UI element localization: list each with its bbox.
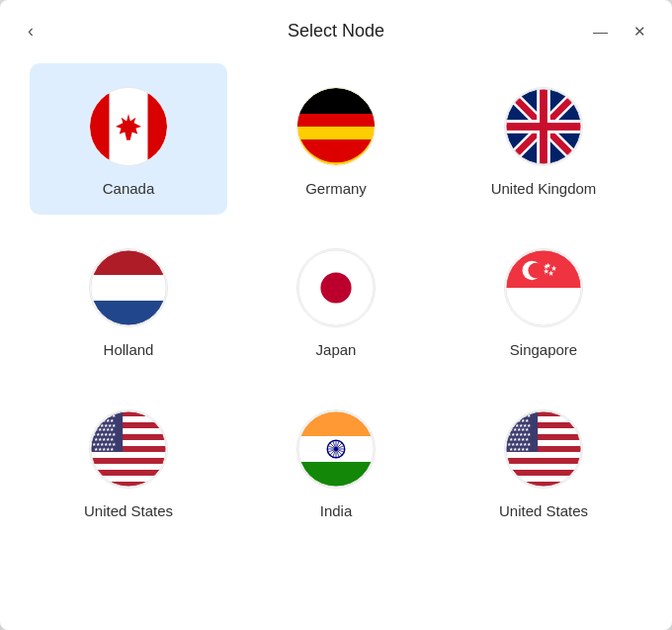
svg-rect-76: [505, 458, 582, 464]
flag-us-2: ★★★★★★ ★★★★★ ★★★★★★ ★★★★★ ★★★★★★ ★★★★★ ★…: [504, 409, 583, 489]
minimize-button[interactable]: —: [587, 22, 614, 41]
main-content: Canada Germany: [0, 53, 672, 630]
svg-text:★★★★★: ★★★★★: [509, 447, 530, 452]
flag-japan: [296, 248, 376, 327]
back-button[interactable]: ‹: [20, 18, 42, 44]
node-germany[interactable]: Germany: [237, 63, 435, 215]
node-label-india: India: [320, 502, 353, 519]
node-label-singapore: Singapore: [510, 341, 577, 358]
svg-rect-4: [297, 101, 375, 114]
node-us-1[interactable]: ★★★★★★ ★★★★★ ★★★★★★ ★★★★★ ★★★★★★ ★★★★★ ★…: [30, 386, 227, 537]
node-united-kingdom[interactable]: United Kingdom: [445, 63, 642, 215]
svg-rect-3: [297, 114, 375, 127]
node-holland[interactable]: Holland: [30, 225, 227, 376]
flag-uk: [504, 87, 583, 166]
titlebar-left: ‹: [20, 18, 42, 44]
node-label-holland: Holland: [104, 341, 154, 358]
svg-point-23: [320, 272, 351, 303]
flag-india: [296, 409, 376, 489]
node-canada[interactable]: Canada: [30, 63, 227, 215]
node-label-us-1: United States: [84, 502, 173, 519]
window-title: Select Node: [288, 21, 384, 42]
app-window: ‹ Select Node — ✕: [0, 0, 672, 630]
svg-rect-19: [90, 275, 167, 301]
svg-rect-26: [505, 249, 582, 288]
flag-us-1: ★★★★★★ ★★★★★ ★★★★★★ ★★★★★ ★★★★★★ ★★★★★ ★…: [89, 409, 168, 489]
flag-holland: [89, 248, 168, 327]
close-button[interactable]: ✕: [628, 22, 652, 41]
node-us-2[interactable]: ★★★★★★ ★★★★★ ★★★★★★ ★★★★★ ★★★★★★ ★★★★★ ★…: [445, 386, 642, 537]
node-label-germany: Germany: [305, 180, 367, 197]
node-label-japan: Japan: [316, 341, 357, 358]
svg-rect-42: [90, 458, 167, 464]
node-singapore[interactable]: Singapore: [445, 225, 642, 376]
svg-text:★★★★★: ★★★★★: [94, 447, 115, 452]
titlebar: ‹ Select Node — ✕: [0, 0, 672, 53]
node-label-us-2: United States: [499, 502, 588, 519]
node-japan[interactable]: Japan: [237, 225, 435, 376]
svg-rect-1: [126, 135, 130, 140]
node-india[interactable]: India: [237, 386, 435, 537]
node-grid: Canada Germany: [30, 63, 642, 537]
node-label-uk: United Kingdom: [491, 180, 597, 197]
node-label-canada: Canada: [103, 180, 155, 197]
titlebar-controls: — ✕: [587, 22, 652, 41]
svg-rect-15: [505, 123, 582, 131]
svg-rect-27: [505, 288, 582, 326]
flag-singapore: [504, 248, 583, 327]
svg-point-29: [528, 263, 544, 279]
flag-germany: [296, 87, 376, 166]
flag-canada: [89, 87, 168, 166]
